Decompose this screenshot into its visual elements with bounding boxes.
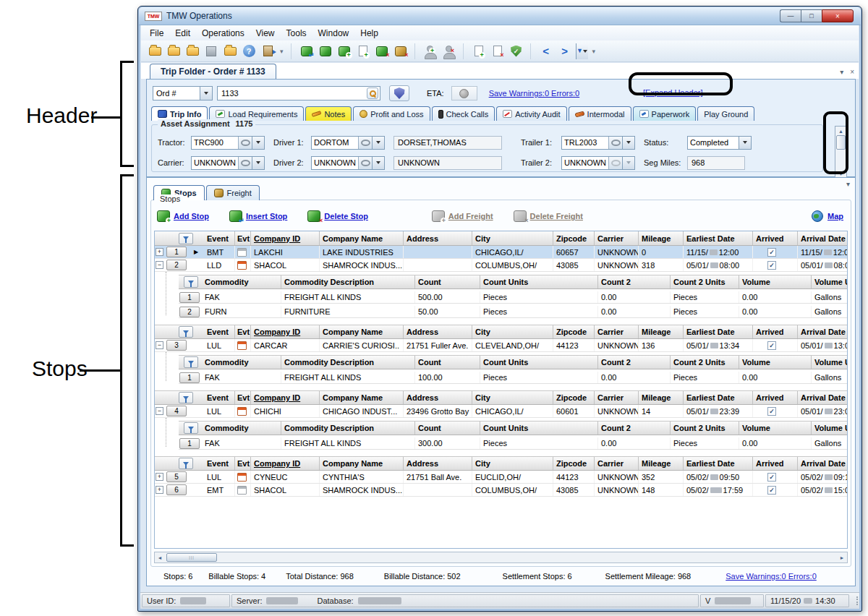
maximize-button[interactable]: □ (801, 9, 822, 22)
tab-intermodal[interactable]: Intermodal (569, 106, 631, 121)
help-icon[interactable]: ? (241, 43, 257, 59)
window-add-icon[interactable]: + (471, 43, 487, 59)
scrollbar-thumb[interactable]: ||| (166, 553, 217, 562)
row-number-button[interactable]: 1 (166, 247, 187, 257)
tab-trip-info[interactable]: Trip Info (151, 106, 208, 121)
filter-icon[interactable] (184, 356, 198, 368)
horizontal-scrollbar[interactable]: ◄ ||| ► (154, 552, 848, 563)
row-number-button[interactable]: 1 (179, 292, 200, 303)
shield-button[interactable] (389, 85, 409, 101)
calendar-icon[interactable] (237, 341, 247, 350)
driver1-dropdown-icon[interactable] (372, 137, 384, 149)
close-button[interactable]: × (822, 9, 854, 22)
save-warnings-link[interactable]: Save Warnings:0 Errors:0 (489, 89, 580, 98)
copy-folder-icon[interactable] (184, 43, 200, 59)
driver2-combo[interactable]: UNKNOWN (311, 156, 385, 170)
nav-dropdown-icon[interactable]: ▼ (576, 43, 588, 59)
trailer1-dropdown-icon[interactable] (622, 137, 634, 149)
order-number-input[interactable]: 1133 (217, 86, 380, 100)
scroll-right-icon[interactable]: ► (837, 554, 847, 562)
arrived-checkbox[interactable]: ✓ (767, 407, 776, 416)
nav-forward-icon[interactable]: > (557, 43, 573, 59)
minimize-button[interactable]: — (780, 9, 801, 22)
filter-icon[interactable] (179, 392, 193, 403)
row-number-button[interactable]: 1 (179, 372, 200, 383)
row-number-button[interactable]: 2 (166, 260, 187, 270)
arrived-checkbox[interactable]: ✓ (767, 486, 776, 495)
arrived-checkbox[interactable]: ✓ (767, 473, 776, 482)
summary-save-warnings-link[interactable]: Save Warnings:0 Errors:0 (726, 572, 817, 581)
row-number-button[interactable]: 2 (179, 307, 200, 317)
commodity-row[interactable]: 1 FAK FREIGHT ALL KINDS 500.00 Pieces 0.… (179, 291, 847, 304)
menu-tools[interactable]: Tools (281, 27, 312, 40)
filter-icon[interactable] (179, 458, 193, 469)
trailer1-lookup-icon[interactable] (608, 137, 622, 149)
tractor-combo[interactable]: TRC900 (191, 136, 265, 150)
calendar-icon[interactable] (237, 261, 247, 270)
commodity-row[interactable]: 1 FAK FREIGHT ALL KINDS 100.00 Pieces 0.… (179, 372, 847, 384)
arrived-checkbox[interactable]: ✓ (767, 261, 776, 270)
toolbar-overflow2-icon[interactable]: ▾ (592, 48, 596, 55)
tab-load-requirements[interactable]: Load Requirements (209, 106, 304, 121)
map-button[interactable]: Map (812, 210, 843, 222)
carrier-dropdown-icon[interactable] (252, 157, 264, 169)
stop-row-4[interactable]: − 4 LUL CHICHI CHICAGO INDUST... 23496 G… (155, 405, 847, 418)
row-number-button[interactable]: 6 (166, 484, 187, 495)
menu-window[interactable]: Window (312, 27, 355, 40)
calendar-icon[interactable] (237, 486, 247, 495)
calendar-icon[interactable] (237, 473, 247, 482)
delete-stop-button[interactable]: ×Delete Stop (307, 210, 368, 222)
tractor-lookup-icon[interactable] (238, 137, 252, 149)
tabstrip-close-icon[interactable]: × (850, 68, 854, 76)
tabstrip-dropdown-icon[interactable]: ▾ (840, 68, 843, 76)
tab-freight[interactable]: Freight (206, 185, 260, 200)
trip-open-icon[interactable]: ↵ (299, 43, 315, 59)
stop-row-5[interactable]: + 5 LUL CYNEUC CYNTHIA'S 21751 Ball Ave.… (155, 471, 847, 484)
stop-row-6[interactable]: + 6 EMT SHACOL SHAMROCK INDUS... COLUMBU… (155, 484, 847, 497)
filter-icon[interactable] (179, 233, 193, 244)
toolbar-overflow-icon[interactable]: ▾ (280, 48, 284, 55)
resize-grip-icon[interactable] (852, 596, 858, 605)
tab-activity-audit[interactable]: Activity Audit (496, 106, 566, 121)
driver-remove-icon[interactable]: × (441, 43, 457, 59)
trip-icon[interactable] (318, 43, 333, 59)
driver2-lookup-icon[interactable] (358, 157, 372, 169)
status-dropdown-icon[interactable] (739, 137, 751, 149)
filter-icon[interactable] (179, 326, 193, 338)
freight-icon[interactable]: × (393, 43, 409, 59)
add-stop-button[interactable]: +Add Stop (157, 210, 209, 222)
collapse-icon[interactable]: − (156, 261, 163, 269)
insert-stop-button[interactable]: ↵Insert Stop (229, 210, 287, 222)
panel-dropdown-icon[interactable]: ▾ (846, 180, 850, 188)
driver-add-icon[interactable]: + (422, 43, 438, 59)
row-number-button[interactable]: 3 (166, 340, 187, 351)
stop-row-2[interactable]: − 2 LLD SHACOL SHAMROCK INDUS... COLUMBU… (155, 259, 847, 272)
tab-profit-and-loss[interactable]: Profit and Loss (353, 106, 430, 121)
driver1-lookup-icon[interactable] (358, 137, 372, 149)
menu-operations[interactable]: Operations (196, 27, 250, 40)
driver2-dropdown-icon[interactable] (372, 157, 384, 169)
driver1-combo[interactable]: DORTOM (311, 136, 385, 150)
tab-play-ground[interactable]: Play Ground (697, 106, 754, 121)
window-remove-icon[interactable]: × (490, 43, 506, 59)
new-folder-icon[interactable] (147, 43, 163, 59)
row-number-button[interactable]: 5 (166, 471, 187, 482)
tab-notes[interactable]: Notes (305, 106, 352, 121)
trip-add-icon[interactable]: + (336, 43, 352, 59)
calendar-icon[interactable] (237, 407, 247, 416)
search-icon[interactable] (367, 87, 378, 99)
save-icon[interactable] (203, 43, 219, 59)
trailer1-combo[interactable]: TRL2003 (561, 136, 635, 150)
title-bar[interactable]: TMW TMW Operations — □ × (139, 7, 861, 25)
trip-folder-tab[interactable]: Trip Folder - Order # 1133 (150, 64, 276, 79)
carrier-lookup-icon[interactable] (238, 157, 252, 169)
status-combo[interactable]: Completed (687, 136, 752, 150)
collapse-icon[interactable]: − (156, 407, 163, 415)
import-folder-icon[interactable] (222, 43, 238, 59)
exit-icon[interactable] (260, 43, 276, 59)
trailer2-combo[interactable]: UNKNOWN (561, 156, 635, 170)
row-number-button[interactable]: 4 (166, 406, 187, 416)
stop-row-3[interactable]: − 3 LUL CARCAR CARRIE'S CURIOSI.. 21751 … (155, 339, 847, 352)
shield-check-icon[interactable]: ✓ (509, 43, 524, 59)
commodity-row[interactable]: 2 FURN FURNITURE 50.00 Pieces 0.00 Piece… (179, 306, 847, 318)
